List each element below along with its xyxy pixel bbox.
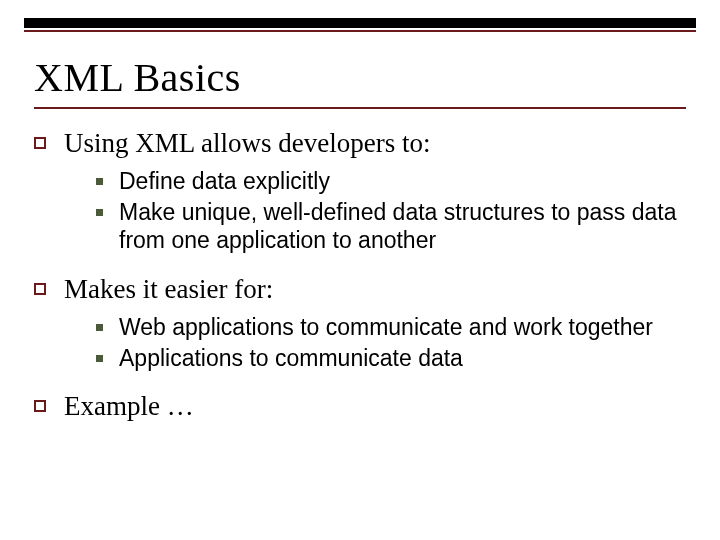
content-area: Using XML allows developers to: Define d… bbox=[34, 127, 686, 424]
list-item-text: Using XML allows developers to: bbox=[64, 127, 686, 161]
slide-title: XML Basics bbox=[34, 54, 686, 101]
sub-item-text: Applications to communicate data bbox=[119, 344, 463, 373]
list-item-body: Makes it easier for: Web applications to… bbox=[64, 273, 686, 382]
small-square-bullet-icon bbox=[96, 324, 103, 331]
list-item: Using XML allows developers to: Define d… bbox=[34, 127, 686, 265]
list-item-body: Example … bbox=[64, 390, 686, 424]
small-square-bullet-icon bbox=[96, 209, 103, 216]
list-item-text: Example … bbox=[64, 390, 686, 424]
bullet-list-level1: Using XML allows developers to: Define d… bbox=[34, 127, 686, 424]
square-bullet-icon bbox=[34, 137, 46, 149]
top-underline bbox=[24, 30, 696, 32]
square-bullet-icon bbox=[34, 400, 46, 412]
list-item: Define data explicitly bbox=[96, 167, 686, 196]
bullet-list-level2: Web applications to communicate and work… bbox=[96, 313, 686, 373]
bullet-list-level2: Define data explicitly Make unique, well… bbox=[96, 167, 686, 255]
small-square-bullet-icon bbox=[96, 355, 103, 362]
square-bullet-icon bbox=[34, 283, 46, 295]
list-item-text: Makes it easier for: bbox=[64, 273, 686, 307]
sub-item-text: Make unique, well-defined data structure… bbox=[119, 198, 686, 256]
list-item: Makes it easier for: Web applications to… bbox=[34, 273, 686, 382]
list-item: Make unique, well-defined data structure… bbox=[96, 198, 686, 256]
list-item: Web applications to communicate and work… bbox=[96, 313, 686, 342]
list-item: Example … bbox=[34, 390, 686, 424]
sub-item-text: Define data explicitly bbox=[119, 167, 330, 196]
title-area: XML Basics bbox=[34, 54, 686, 109]
list-item: Applications to communicate data bbox=[96, 344, 686, 373]
sub-item-text: Web applications to communicate and work… bbox=[119, 313, 653, 342]
small-square-bullet-icon bbox=[96, 178, 103, 185]
list-item-body: Using XML allows developers to: Define d… bbox=[64, 127, 686, 265]
slide: XML Basics Using XML allows developers t… bbox=[0, 18, 720, 540]
top-rule bbox=[24, 18, 696, 28]
